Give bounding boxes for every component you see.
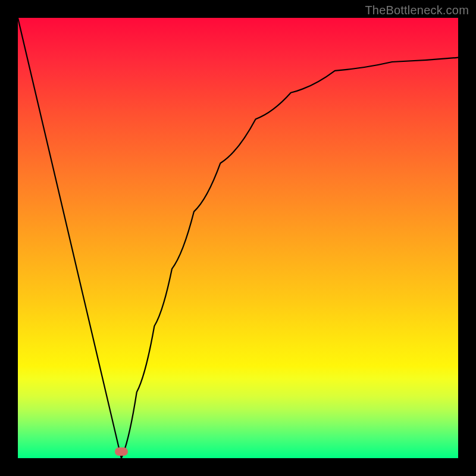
chart-frame: TheBottleneck.com: [0, 0, 476, 476]
minimum-marker: [115, 447, 128, 456]
curve-path: [18, 18, 458, 458]
plot-area: [18, 18, 458, 458]
bottleneck-curve: [18, 18, 458, 458]
attribution-text: TheBottleneck.com: [365, 4, 469, 17]
